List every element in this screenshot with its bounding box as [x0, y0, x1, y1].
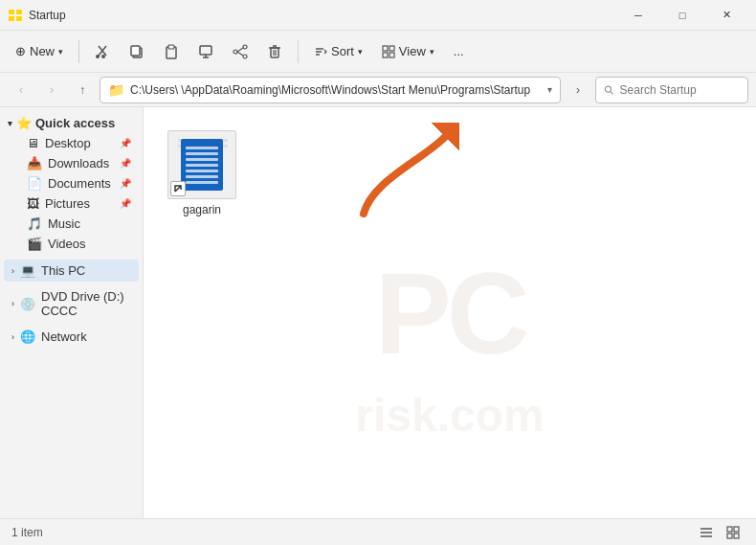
- pin-downloads-icon: 📌: [120, 158, 131, 169]
- search-input[interactable]: [620, 83, 740, 97]
- network-chevron-icon: ›: [11, 332, 14, 342]
- new-label: New: [30, 44, 55, 58]
- address-dropdown-icon[interactable]: ▾: [547, 84, 552, 95]
- close-button[interactable]: ✕: [704, 0, 748, 31]
- sidebar-item-music-label: Music: [48, 216, 80, 231]
- quick-access-header[interactable]: ▾ ⭐ Quick access: [0, 113, 143, 133]
- svg-rect-39: [734, 534, 739, 538]
- share-button[interactable]: [225, 36, 256, 67]
- cut-button[interactable]: [87, 36, 118, 67]
- sidebar-item-videos-label: Videos: [48, 237, 86, 251]
- sidebar-item-pictures-label: Pictures: [45, 196, 90, 211]
- pin-desktop-icon: 📌: [120, 138, 131, 148]
- svg-rect-18: [271, 48, 278, 57]
- delete-button[interactable]: [259, 36, 290, 67]
- title-bar: Startup ─ □ ✕: [0, 0, 756, 31]
- view-button[interactable]: View ▾: [374, 36, 442, 67]
- svg-line-16: [237, 48, 243, 52]
- this-pc-chevron-icon: ›: [11, 266, 14, 276]
- toolbar-separator-1: [78, 40, 79, 63]
- file-area: PC risk.com: [144, 107, 756, 518]
- quick-access-label: Quick access: [35, 116, 115, 130]
- sidebar-item-documents[interactable]: 📄 Documents 📌: [4, 173, 139, 193]
- svg-point-13: [243, 45, 247, 49]
- sidebar-item-music[interactable]: 🎵 Music: [4, 214, 139, 234]
- sidebar-item-network[interactable]: › 🌐 Network: [4, 326, 139, 348]
- list-view-button[interactable]: [695, 521, 718, 544]
- svg-point-14: [243, 55, 247, 58]
- watermark-text: PC: [375, 247, 525, 379]
- sidebar-item-desktop-label: Desktop: [45, 136, 91, 150]
- sidebar-item-dvd[interactable]: › 💿 DVD Drive (D:) CCCC: [4, 285, 139, 322]
- sidebar-item-pictures[interactable]: 🖼 Pictures 📌: [4, 193, 139, 214]
- sort-button[interactable]: Sort ▾: [306, 36, 370, 67]
- svg-rect-2: [9, 16, 14, 21]
- file-line-6: [186, 175, 218, 178]
- toolbar: ⊕ New ▾: [0, 31, 756, 73]
- sort-label: Sort: [331, 44, 354, 58]
- file-line-7: [186, 181, 218, 184]
- copy-button[interactable]: [122, 36, 152, 67]
- address-bar-row: ‹ › ↑ 📁 C:\Users\ \AppData\Roaming\Micro…: [0, 73, 756, 107]
- title-bar-controls: ─ □ ✕: [616, 0, 748, 31]
- rename-button[interactable]: [190, 36, 221, 67]
- shortcut-arrow-icon: [170, 181, 186, 196]
- svg-point-15: [233, 50, 237, 54]
- pictures-icon: 🖼: [27, 196, 39, 211]
- status-count: 1 item: [11, 526, 43, 539]
- sidebar-item-videos[interactable]: 🎬 Videos: [4, 234, 139, 254]
- sidebar-item-documents-label: Documents: [48, 176, 111, 191]
- svg-rect-7: [131, 46, 140, 56]
- new-plus-icon: ⊕: [15, 44, 26, 58]
- file-line-5: [186, 170, 218, 172]
- maximize-button[interactable]: □: [660, 0, 704, 31]
- up-button[interactable]: ↑: [69, 77, 96, 103]
- new-chevron-icon: ▾: [58, 47, 63, 57]
- svg-rect-10: [200, 46, 211, 55]
- file-line-4: [186, 164, 218, 167]
- svg-rect-37: [734, 527, 739, 532]
- svg-rect-1: [16, 10, 22, 14]
- svg-rect-29: [389, 53, 394, 57]
- file-line-1: [186, 147, 218, 149]
- svg-rect-38: [727, 534, 732, 538]
- sidebar-item-desktop[interactable]: 🖥 Desktop 📌: [4, 133, 139, 153]
- main-area: ▾ ⭐ Quick access 🖥 Desktop 📌 📥 Downloads…: [0, 107, 756, 518]
- paste-button[interactable]: [156, 36, 187, 67]
- sidebar-item-this-pc-label: This PC: [41, 263, 85, 278]
- annotation-arrow: [345, 123, 459, 231]
- forward-button[interactable]: ›: [38, 77, 65, 103]
- address-text: C:\Users\ \AppData\Roaming\Microsoft\Win…: [130, 83, 547, 97]
- go-button[interactable]: ›: [565, 77, 591, 103]
- sidebar: ▾ ⭐ Quick access 🖥 Desktop 📌 📥 Downloads…: [0, 107, 144, 518]
- svg-point-5: [101, 55, 105, 58]
- search-box[interactable]: [595, 77, 748, 103]
- sort-chevron-icon: ▾: [358, 47, 363, 57]
- file-icon-background: [167, 130, 236, 199]
- file-name-gagarin: gagarin: [183, 203, 221, 216]
- back-button[interactable]: ‹: [8, 77, 34, 103]
- sidebar-item-downloads[interactable]: 📥 Downloads 📌: [4, 153, 139, 173]
- new-button[interactable]: ⊕ New ▾: [8, 36, 71, 67]
- music-icon: 🎵: [27, 216, 42, 231]
- address-box[interactable]: 📁 C:\Users\ \AppData\Roaming\Microsoft\W…: [100, 77, 561, 103]
- dvd-chevron-icon: ›: [11, 299, 14, 308]
- file-icon: [167, 130, 236, 199]
- file-icon-lines: [186, 147, 218, 187]
- file-item-gagarin[interactable]: gagarin: [159, 123, 245, 224]
- svg-rect-26: [383, 46, 388, 51]
- minimize-button[interactable]: ─: [616, 0, 660, 31]
- file-line-2: [186, 152, 218, 155]
- svg-point-4: [96, 55, 100, 58]
- sidebar-item-network-label: Network: [41, 329, 87, 344]
- network-icon: 🌐: [20, 329, 35, 344]
- documents-icon: 📄: [27, 176, 42, 191]
- grid-view-button[interactable]: [722, 521, 745, 544]
- more-button[interactable]: ...: [446, 36, 472, 67]
- desktop-icon: 🖥: [27, 136, 39, 150]
- sidebar-item-this-pc[interactable]: › 💻 This PC: [4, 260, 139, 282]
- pin-pictures-icon: 📌: [120, 198, 131, 209]
- svg-rect-9: [168, 45, 174, 49]
- svg-rect-0: [9, 10, 14, 14]
- downloads-icon: 📥: [27, 156, 42, 170]
